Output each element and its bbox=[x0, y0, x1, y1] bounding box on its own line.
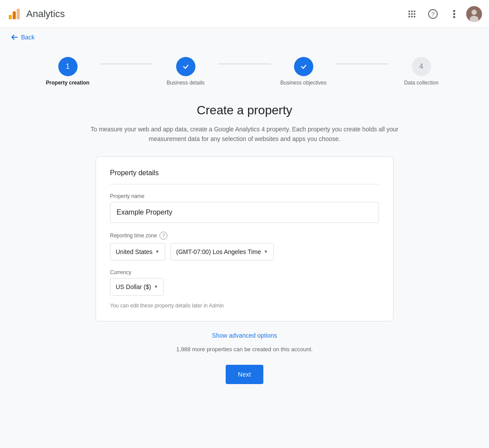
property-name-input[interactable] bbox=[110, 202, 379, 223]
main-content: Create a property To measure your web an… bbox=[0, 86, 489, 393]
step-1-label: Property creation bbox=[46, 80, 89, 86]
svg-point-4 bbox=[411, 11, 413, 12]
step-1-circle: 1 bbox=[58, 57, 78, 76]
step-connector-2 bbox=[218, 63, 271, 64]
step-2-label: Business details bbox=[167, 80, 205, 86]
svg-rect-0 bbox=[9, 15, 12, 19]
step-4-circle: 4 bbox=[412, 57, 431, 76]
timezone-label-row: Reporting time zone ? bbox=[110, 232, 379, 240]
svg-point-16 bbox=[453, 16, 455, 18]
app-title: Analytics bbox=[26, 8, 65, 20]
currency-chevron-icon: ▼ bbox=[154, 284, 158, 289]
timezone-help-icon[interactable]: ? bbox=[159, 232, 167, 240]
properties-note: 1,988 more properties can be created on … bbox=[176, 346, 312, 353]
header-actions: ? bbox=[403, 5, 482, 23]
svg-point-3 bbox=[408, 11, 410, 12]
svg-point-5 bbox=[414, 11, 415, 12]
property-name-label: Property name bbox=[110, 193, 379, 199]
next-button[interactable]: Next bbox=[226, 365, 263, 384]
header-logo-area: Analytics bbox=[7, 7, 65, 21]
currency-select[interactable]: US Dollar ($) ▼ bbox=[110, 278, 164, 296]
page-title: Create a property bbox=[197, 103, 292, 117]
property-details-card: Property details Property name Reporting… bbox=[96, 156, 393, 321]
advanced-options-link[interactable]: Show advanced options bbox=[212, 332, 277, 339]
svg-point-18 bbox=[471, 10, 477, 15]
back-link[interactable]: Back bbox=[11, 33, 35, 41]
currency-label: Currency bbox=[110, 269, 379, 275]
step-business-details: Business details bbox=[153, 57, 218, 86]
svg-rect-2 bbox=[17, 9, 20, 19]
svg-point-8 bbox=[414, 13, 415, 15]
step-2-check-icon bbox=[182, 63, 190, 71]
step-3-check-icon bbox=[300, 63, 308, 71]
step-connector-3 bbox=[336, 63, 389, 64]
more-options-button[interactable] bbox=[445, 5, 463, 23]
step-connector-1 bbox=[100, 63, 153, 64]
country-chevron-icon: ▼ bbox=[155, 249, 159, 254]
app-header: Analytics ? bbox=[0, 0, 489, 28]
svg-rect-1 bbox=[13, 11, 16, 19]
help-button[interactable]: ? bbox=[424, 5, 442, 23]
page-description: To measure your web and app data, create… bbox=[78, 124, 411, 144]
step-2-circle bbox=[176, 57, 195, 76]
svg-point-15 bbox=[453, 13, 455, 15]
timezone-select[interactable]: (GMT-07:00) Los Angeles Time ▼ bbox=[170, 243, 274, 261]
svg-point-11 bbox=[414, 16, 415, 18]
timezone-row: United States ▼ (GMT-07:00) Los Angeles … bbox=[110, 243, 379, 261]
user-avatar[interactable] bbox=[466, 6, 482, 22]
svg-point-14 bbox=[453, 10, 455, 12]
analytics-logo-icon bbox=[7, 7, 21, 21]
step-3-label: Business objectives bbox=[280, 80, 326, 86]
card-title: Property details bbox=[110, 169, 379, 184]
svg-text:?: ? bbox=[431, 11, 434, 18]
back-bar: Back bbox=[0, 28, 489, 48]
svg-point-7 bbox=[411, 13, 413, 15]
country-select[interactable]: United States ▼ bbox=[110, 243, 165, 261]
form-hint: You can edit these property details late… bbox=[110, 303, 379, 309]
back-arrow-icon bbox=[11, 33, 18, 41]
currency-section: Currency US Dollar ($) ▼ bbox=[110, 269, 379, 296]
svg-point-6 bbox=[408, 13, 410, 15]
svg-point-10 bbox=[411, 16, 413, 18]
step-business-objectives: Business objectives bbox=[271, 57, 336, 86]
stepper: 1 Property creation Business details Bus… bbox=[0, 48, 489, 86]
apps-button[interactable] bbox=[403, 5, 421, 23]
step-data-collection: 4 Data collection bbox=[389, 57, 454, 86]
step-3-circle bbox=[294, 57, 313, 76]
step-4-label: Data collection bbox=[404, 80, 439, 86]
svg-point-9 bbox=[408, 16, 410, 18]
timezone-chevron-icon: ▼ bbox=[264, 249, 268, 254]
step-property-creation: 1 Property creation bbox=[35, 57, 100, 86]
